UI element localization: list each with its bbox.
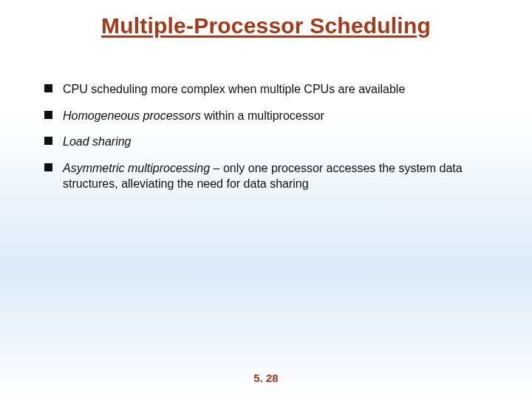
page-number: 5. 28 xyxy=(0,372,532,384)
list-item: CPU scheduling more complex when multipl… xyxy=(44,81,480,98)
text-em: Load sharing xyxy=(63,135,132,148)
slide-title: Multiple-Processor Scheduling xyxy=(0,13,532,38)
bullet-text: CPU scheduling more complex when multipl… xyxy=(63,81,480,98)
text-post: within a multiprocessor xyxy=(201,109,324,122)
bullet-icon xyxy=(44,163,52,171)
bullet-icon xyxy=(44,137,52,145)
bullet-text: Load sharing xyxy=(63,134,480,150)
bullet-icon xyxy=(44,84,52,92)
bullet-text: Homogeneous processors within a multipro… xyxy=(63,108,480,124)
slide: Multiple-Processor Scheduling CPU schedu… xyxy=(0,0,532,399)
list-item: Homogeneous processors within a multipro… xyxy=(44,108,480,124)
bullet-list: CPU scheduling more complex when multipl… xyxy=(44,81,480,202)
text-post: CPU scheduling more complex when multipl… xyxy=(63,83,405,95)
bullet-icon xyxy=(44,111,52,119)
text-em: Asymmetric multiprocessing xyxy=(63,162,210,174)
bullet-text: Asymmetric multiprocessing – only one pr… xyxy=(63,160,480,192)
list-item: Load sharing xyxy=(44,134,480,150)
text-em: Homogeneous processors xyxy=(63,109,201,122)
list-item: Asymmetric multiprocessing – only one pr… xyxy=(44,160,480,192)
